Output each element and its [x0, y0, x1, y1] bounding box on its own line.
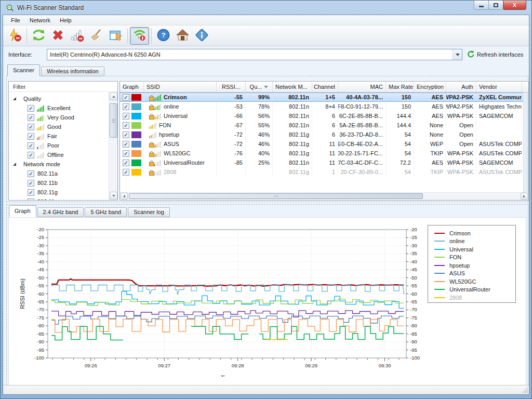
scroll-left-button[interactable] [121, 193, 128, 200]
new-window-button[interactable] [106, 27, 125, 45]
expander-icon[interactable] [13, 163, 16, 166]
help-button[interactable]: ? [154, 27, 173, 45]
svg-text:09:29: 09:29 [305, 363, 317, 368]
scrollbar-thumb[interactable] [110, 103, 117, 138]
checkbox[interactable]: ✓ [123, 150, 129, 157]
table-vertical-scrollbar[interactable] [523, 92, 528, 192]
tab-scanner-log[interactable]: Scanner log [128, 207, 170, 217]
cell-channel: 6 [312, 111, 338, 121]
scrollbar-thumb[interactable] [129, 193, 423, 199]
minimize-button[interactable] [474, 1, 489, 10]
arrow-up-icon [112, 96, 115, 98]
checkbox[interactable]: ✓ [123, 159, 129, 166]
checkbox[interactable]: ✓ [28, 152, 34, 158]
table-row-2808[interactable]: ✓2808802.11g120-CF-30-89-0...54TKIPWPA-P… [120, 167, 528, 177]
table-row-hpsetup[interactable]: ✓hpsetup-7246%802.11g636-23-7D-AD-8...54… [120, 130, 528, 139]
filter-item-802-11b[interactable]: ✓802.11b [9, 178, 109, 188]
rescan-button[interactable] [29, 27, 48, 45]
cell-rate: 54 [386, 149, 414, 158]
scroll-right-button[interactable] [521, 193, 528, 200]
about-icon [195, 28, 209, 43]
column-header-graph[interactable]: Graph [120, 82, 144, 92]
table-horizontal-scrollbar[interactable] [120, 192, 528, 200]
filter-item-802-11n[interactable]: ✓802.11n [9, 197, 109, 200]
cell-rssi: -72 [217, 139, 246, 149]
checkbox[interactable]: ✓ [28, 105, 34, 112]
close-button[interactable]: X [503, 1, 526, 10]
checkbox[interactable]: ✓ [28, 124, 34, 130]
cell-mac: 5A-2E-85-8B-B... [338, 121, 386, 130]
checkbox[interactable]: ✓ [28, 189, 34, 196]
cell-vendor [476, 121, 522, 130]
filter-item-802-11a[interactable]: ✓802.11a [9, 169, 109, 178]
checkbox[interactable]: ✓ [123, 169, 129, 176]
tab-graph[interactable]: Graph [9, 205, 36, 217]
maximize-button[interactable] [488, 1, 503, 10]
menu-network[interactable]: Network [25, 16, 55, 24]
tab-scanner[interactable]: Scanner [7, 64, 40, 76]
column-header-auth[interactable]: Auth [446, 82, 476, 92]
checkbox[interactable]: ✓ [28, 114, 34, 121]
cell-enc: AES [414, 111, 446, 121]
stop-scan-button[interactable] [130, 27, 149, 45]
table-row-wl520gc[interactable]: ✓WL520GC-7640%802.11g1100-22-15-71-FC...… [120, 149, 528, 158]
table-row-crimson[interactable]: ✓Crimson-5599%802.11n1+540-4A-03-78...15… [120, 92, 528, 102]
filter-group-network-mode[interactable]: Network mode [9, 159, 109, 169]
column-header-enc[interactable]: Encryption [414, 82, 446, 92]
column-header-ssid[interactable]: SSID [144, 82, 217, 92]
signal-remove-button[interactable] [68, 27, 87, 45]
expander-icon[interactable] [13, 97, 16, 100]
column-header-mac[interactable]: MAC [338, 82, 386, 92]
svg-text:-50: -50 [37, 275, 44, 281]
svg-text:-75: -75 [410, 315, 417, 321]
menu-help[interactable]: Help [55, 16, 76, 24]
filter-group-quality[interactable]: Quality [9, 94, 109, 103]
about-button[interactable] [192, 27, 211, 45]
checkbox[interactable]: ✓ [28, 180, 34, 187]
resize-grip[interactable] [522, 387, 528, 393]
delete-networks-button[interactable] [48, 27, 68, 45]
power-disconnect-button[interactable] [5, 27, 24, 45]
filter-item-poor[interactable]: ✓Poor [9, 141, 109, 150]
filter-item-very-good[interactable]: ✓Very Good [9, 113, 109, 122]
checkbox[interactable]: ✓ [123, 113, 129, 119]
tab-2-4-ghz-band[interactable]: 2.4 GHz band [37, 207, 84, 217]
filter-scrollbar[interactable] [109, 92, 117, 200]
filter-item-fair[interactable]: ✓Fair [9, 131, 109, 141]
checkbox[interactable]: ✓ [123, 131, 129, 138]
scroll-down-button[interactable] [110, 192, 117, 200]
filter-item-offline[interactable]: ✓Offline [9, 150, 109, 159]
table-row-fon[interactable]: ✓FON-6755%802.11n65A-2E-85-8B-B...144.4N… [120, 121, 528, 130]
combo-dropdown-button[interactable] [453, 49, 462, 60]
table-row-asus[interactable]: ✓ASUS-7246%802.11g11E0-CB-4E-D2-A...54WE… [120, 139, 528, 149]
filter-tree: Quality✓Excellent✓Very Good✓Good✓Fair✓Po… [9, 92, 109, 200]
menu-file[interactable]: File [6, 16, 25, 24]
filter-item-excellent[interactable]: ✓Excellent [9, 103, 109, 113]
home-button[interactable] [173, 27, 192, 45]
checkbox[interactable]: ✓ [28, 170, 34, 177]
interface-combobox[interactable]: Intel(R) Centrino(R) Advanced-N 6250 AGN [47, 49, 462, 60]
column-header-vendor[interactable]: Vendor [476, 82, 522, 92]
tab-5-ghz-band[interactable]: 5 GHz band [85, 207, 127, 217]
table-row-universal[interactable]: ✓Universal-6656%802.11n66C-2E-85-8B-B...… [120, 111, 528, 121]
column-header-rssi[interactable]: RSSI... [217, 82, 246, 92]
checkbox[interactable]: ✓ [28, 142, 34, 149]
checkbox[interactable]: ✓ [123, 122, 129, 129]
column-header-mode[interactable]: Network M... [273, 82, 312, 92]
checkbox[interactable]: ✓ [28, 133, 34, 140]
checkbox[interactable]: ✓ [28, 198, 34, 201]
column-header-quality[interactable]: Qu... [246, 82, 273, 92]
filter-item-good[interactable]: ✓Good [9, 122, 109, 131]
tab-wireless-information[interactable]: Wireless information [41, 66, 104, 76]
filter-item-802-11g[interactable]: ✓802.11g [9, 188, 109, 197]
table-row-online[interactable]: ✓online-5378%802.11n8+4F8-C0-91-12-79...… [120, 102, 528, 111]
clear-button[interactable] [87, 27, 106, 45]
checkbox[interactable]: ✓ [123, 141, 129, 148]
checkbox[interactable]: ✓ [123, 94, 129, 101]
checkbox[interactable]: ✓ [123, 103, 129, 110]
refresh-interfaces-button[interactable]: Refresh interfaces [467, 50, 523, 58]
column-header-rate[interactable]: Max Rate [386, 82, 414, 92]
column-header-channel[interactable]: Channel [312, 82, 338, 92]
scroll-up-button[interactable] [110, 92, 117, 100]
table-row-universalrouter[interactable]: ✓UniversalRouter-8525%802.11n117C-03-4C-… [120, 158, 528, 167]
